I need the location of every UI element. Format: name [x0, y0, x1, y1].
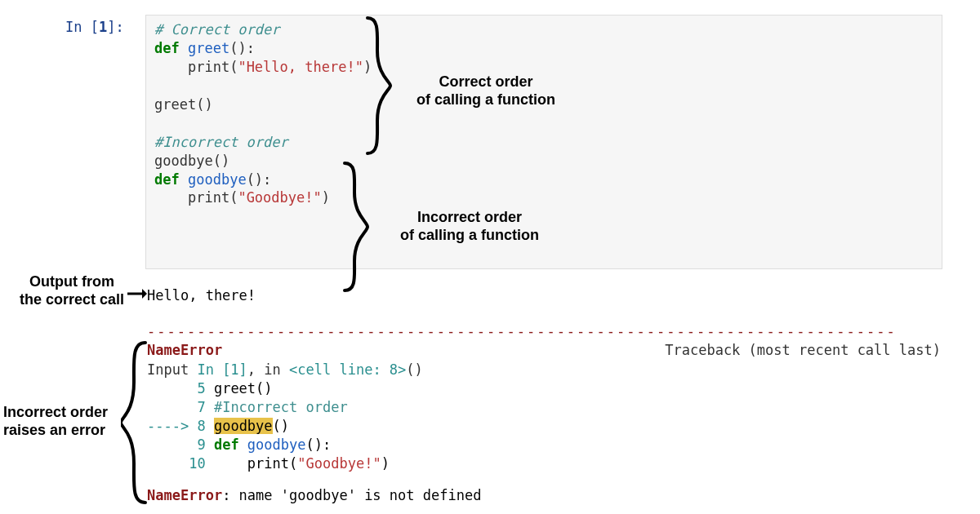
- arrow-output-icon: [127, 287, 147, 300]
- in-label: In [: [65, 19, 99, 35]
- brace-correct-order: [361, 16, 394, 155]
- traceback-line-8: ----> 8 goodbye(): [147, 417, 423, 436]
- code-line-9: def goodbye():: [154, 171, 933, 189]
- code-line-10: print("Goodbye!"): [154, 188, 933, 207]
- error-type-name: NameError: [147, 341, 222, 360]
- error-final-line: NameError: name 'goodbye' is not defined: [147, 486, 481, 505]
- traceback-line-10: 10 print("Goodbye!"): [147, 454, 423, 473]
- traceback-line-7: 7 #Incorrect order: [147, 398, 423, 417]
- code-line-8: goodbye(): [154, 152, 933, 171]
- stdout-output: Hello, there!: [147, 286, 256, 305]
- code-line-1: # Correct order: [154, 20, 933, 39]
- traceback-label: Traceback (most recent call last): [665, 341, 941, 360]
- in-close: ]:: [107, 19, 123, 35]
- in-number: 1: [99, 19, 107, 35]
- code-line-13: [154, 245, 933, 264]
- annotation-incorrect-order: Incorrect order of calling a function: [376, 209, 564, 244]
- annotation-error-label: Incorrect order raises an error: [0, 404, 134, 439]
- annotation-correct-order: Correct order of calling a function: [396, 73, 576, 109]
- code-line-2: def greet():: [154, 39, 933, 58]
- input-prompt: In [1]:: [65, 18, 124, 37]
- error-header: NameError Traceback (most recent call la…: [147, 341, 941, 360]
- brace-incorrect-order: [338, 162, 371, 292]
- traceback-line-5: 5 greet(): [147, 379, 423, 398]
- annotation-output-label: Output from the correct call: [15, 273, 129, 308]
- error-divider: ----------------------------------------…: [147, 322, 941, 341]
- traceback-line-9: 9 def goodbye():: [147, 436, 423, 454]
- code-line-7: #Incorrect order: [154, 133, 933, 152]
- traceback-file-line: Input In [1], in <cell line: 8>(): [147, 361, 423, 379]
- code-line-6: [154, 114, 933, 133]
- traceback-block: Input In [1], in <cell line: 8>() 5 gree…: [147, 361, 423, 473]
